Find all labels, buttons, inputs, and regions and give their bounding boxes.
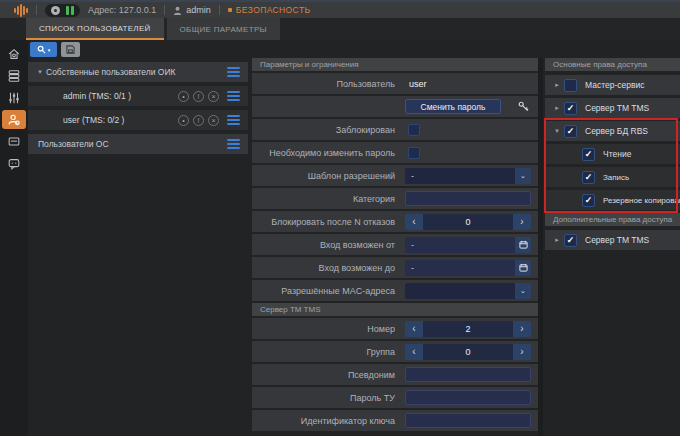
app-logo-icon: [14, 4, 28, 17]
right-label: Мастер-сервис: [585, 80, 644, 90]
field-label: Псевдоним: [252, 370, 405, 380]
permission-template-select[interactable]: - ⌄: [405, 168, 531, 184]
tree-group-os[interactable]: Пользователи ОС: [28, 134, 248, 154]
row-menu-icon[interactable]: [227, 67, 240, 77]
write-checkbox[interactable]: ✓: [582, 171, 595, 184]
password-tu-input[interactable]: [405, 390, 531, 405]
row-menu-icon[interactable]: [227, 91, 240, 101]
access-rights-panel: Основные права доступа ▸ Мастер-сервис ▸…: [545, 58, 680, 436]
row-category: Категория: [252, 188, 538, 209]
tree-user-admin[interactable]: admin (TMS: 0/1 ) • ! ×: [28, 86, 248, 106]
caret-down-icon[interactable]: ▾: [550, 127, 564, 135]
security-label: БЕЗОПАСНОСТЬ: [236, 5, 311, 15]
right-extra-tm-tms[interactable]: ▸ ✓ Сервер TM TMS: [545, 230, 680, 250]
extra-rights-header: Дополнительные права доступа: [545, 213, 680, 226]
top-status-bar: Адрес: 127.0.0.1 admin БЕЗОПАСНОСТЬ: [0, 0, 680, 18]
right-label: Сервер TM TMS: [585, 235, 649, 245]
target-status-icon: •: [178, 91, 189, 102]
tree-group-oik[interactable]: ▾ Собственные пользователи ОИК: [28, 62, 248, 82]
field-label: Вход возможен до: [252, 263, 405, 273]
backup-checkbox[interactable]: ✓: [582, 194, 595, 207]
row-change-password: Сменить пароль: [252, 96, 538, 117]
save-button[interactable]: [61, 42, 80, 57]
row-block-after-n: Блокировать после N отказов ‹ 0 ›: [252, 211, 538, 232]
stepper-decrement-button[interactable]: ‹: [405, 214, 423, 230]
caret-down-icon[interactable]: ▾: [34, 68, 46, 76]
alias-input[interactable]: [405, 367, 531, 382]
field-label: Вход возможен от: [252, 240, 405, 250]
divider: [219, 5, 220, 15]
key-id-input[interactable]: [405, 413, 531, 428]
tree-user-user[interactable]: user (TMS: 0/2 ) • ! ×: [28, 110, 248, 130]
user-icon: [173, 6, 182, 15]
select-value: -: [405, 168, 515, 184]
alert-status-icon: !: [193, 115, 204, 126]
security-indicator[interactable]: БЕЗОПАСНОСТЬ: [228, 5, 311, 15]
db-rbs-checkbox[interactable]: ✓: [564, 125, 577, 138]
tm-tms-checkbox[interactable]: ✓: [564, 102, 577, 115]
row-menu-icon[interactable]: [227, 115, 240, 125]
rail-home-icon[interactable]: [2, 44, 26, 63]
right-db-rbs-read[interactable]: ✓ Чтение: [545, 144, 680, 164]
right-db-rbs-backup[interactable]: ✓ Резервное копирование: [545, 190, 680, 210]
extra-tm-tms-checkbox[interactable]: ✓: [564, 234, 577, 247]
right-label: Резервное копирование: [603, 196, 680, 205]
right-db-rbs[interactable]: ▾ ✓ Сервер БД RBS: [545, 121, 680, 141]
calendar-icon[interactable]: [515, 260, 531, 276]
field-label: Пароль ТУ: [252, 393, 405, 403]
cross-status-icon: ×: [208, 91, 219, 102]
row-menu-icon[interactable]: [227, 139, 240, 149]
server-section-header: Сервер TM TMS: [252, 303, 538, 316]
search-button[interactable]: ▾: [30, 42, 57, 57]
rail-tuning-icon[interactable]: [2, 88, 26, 107]
params-scrollbar[interactable]: [538, 58, 543, 436]
caret-right-icon[interactable]: ▸: [550, 104, 564, 112]
right-db-rbs-write[interactable]: ✓ Запись: [545, 167, 680, 187]
chevron-down-icon[interactable]: ⌄: [515, 168, 531, 184]
caret-right-icon[interactable]: ▸: [550, 236, 564, 244]
must-change-checkbox[interactable]: [408, 147, 420, 159]
user-status-icons: • ! ×: [178, 91, 219, 102]
stepper-value[interactable]: 2: [423, 321, 513, 337]
record-icon[interactable]: [51, 6, 60, 15]
row-number: Номер ‹ 2 ›: [252, 318, 538, 339]
change-password-button[interactable]: Сменить пароль: [405, 99, 501, 114]
group-stepper: ‹ 0 ›: [405, 344, 531, 360]
chevron-down-icon[interactable]: ⌄: [515, 283, 531, 299]
row-login-from: Вход возможен от -: [252, 234, 538, 255]
username-value: user: [405, 79, 427, 89]
main-rights-header: Основные права доступа: [545, 58, 680, 71]
mac-addresses-select[interactable]: ⌄: [405, 283, 531, 299]
row-must-change-password: Необходимо изменить пароль: [252, 142, 538, 163]
stepper-increment-button[interactable]: ›: [513, 321, 531, 337]
stepper-increment-button[interactable]: ›: [513, 214, 531, 230]
stepper-increment-button[interactable]: ›: [513, 344, 531, 360]
master-service-checkbox[interactable]: [564, 79, 577, 92]
calendar-icon[interactable]: [515, 237, 531, 253]
read-checkbox[interactable]: ✓: [582, 148, 595, 161]
current-user[interactable]: admin: [173, 5, 211, 15]
blocked-checkbox[interactable]: [408, 124, 420, 136]
tab-user-list[interactable]: СПИСОК ПОЛЬЗОВАТЕЛЕЙ: [26, 18, 164, 40]
login-to-datefield[interactable]: -: [405, 260, 531, 276]
current-user-name: admin: [186, 5, 211, 15]
rail-chat-icon[interactable]: [2, 154, 26, 173]
rail-users-icon[interactable]: [2, 110, 26, 129]
key-icon: [518, 101, 529, 112]
stepper-decrement-button[interactable]: ‹: [405, 321, 423, 337]
stepper-decrement-button[interactable]: ‹: [405, 344, 423, 360]
tab-general-params[interactable]: ОБЩИЕ ПАРАМЕТРЫ: [167, 18, 280, 40]
stepper-value[interactable]: 0: [423, 214, 513, 230]
user-tree-panel: ▾ ▾ Собственные пользователи ОИК admin (…: [28, 40, 248, 436]
server-address: Адрес: 127.0.0.1: [88, 5, 156, 15]
pause-icon[interactable]: [66, 6, 74, 15]
rail-display-icon[interactable]: [2, 132, 26, 151]
run-state-controls: [45, 4, 80, 17]
login-from-datefield[interactable]: -: [405, 237, 531, 253]
rail-servers-icon[interactable]: [2, 66, 26, 85]
stepper-value[interactable]: 0: [423, 344, 513, 360]
category-input[interactable]: [405, 191, 531, 206]
right-master-service[interactable]: ▸ Мастер-сервис: [545, 75, 680, 95]
right-tm-tms[interactable]: ▸ ✓ Сервер TM TMS: [545, 98, 680, 118]
caret-right-icon[interactable]: ▸: [550, 81, 564, 89]
